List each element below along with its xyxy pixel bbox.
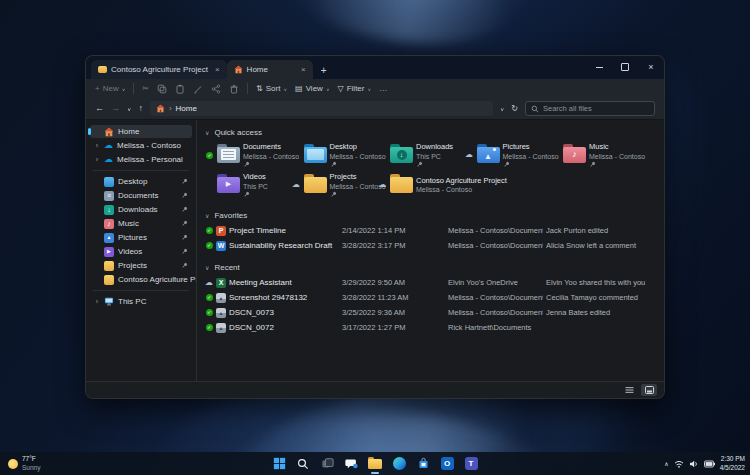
taskbar-clock[interactable]: 2:30 PM 4/5/2022 <box>720 455 745 472</box>
file-date: 3/17/2022 1:27 PM <box>342 323 445 332</box>
sidebar-item-pictures[interactable]: ▲ Pictures <box>90 231 192 244</box>
close-tab-icon[interactable]: × <box>215 65 220 74</box>
sidebar-item-desktop[interactable]: Desktop <box>90 175 192 188</box>
taskbar-search-button[interactable] <box>295 454 312 474</box>
breadcrumb-item-home[interactable]: Home <box>176 104 197 113</box>
hidden-icons-chevron[interactable]: ∧ <box>664 461 668 467</box>
recent-locations-button[interactable]: ∨ <box>127 106 131 111</box>
taskbar: 77°F Sunny O T ∧ <box>0 452 750 475</box>
image-file-icon: ▲ <box>216 323 226 333</box>
sidebar-item-videos[interactable]: ▶ Videos <box>90 245 192 258</box>
copy-button[interactable] <box>157 84 167 94</box>
pin-icon <box>181 178 188 185</box>
quick-access-header[interactable]: ∨ Quick access <box>205 128 656 137</box>
tab-contoso-agriculture-project[interactable]: Contoso Agriculture Project × <box>91 60 227 79</box>
divider <box>133 83 134 94</box>
quick-access-tile-desktop[interactable]: Desktop Melissa - Contoso <box>292 140 379 170</box>
more-options-button[interactable]: … <box>379 84 387 93</box>
synced-status-icon: ✓ <box>206 227 213 234</box>
edge-button[interactable] <box>391 454 408 474</box>
quick-access-tile-documents[interactable]: ✓ Documents Melissa - Contoso <box>205 140 292 170</box>
close-button[interactable]: × <box>638 56 664 78</box>
teams-button[interactable]: T <box>463 454 480 474</box>
file-row-project-timeline[interactable]: ✓ P Project Timeline 2/14/2022 1:14 PM M… <box>205 223 656 238</box>
large-icons-view-toggle[interactable] <box>641 384 657 396</box>
volume-icon[interactable] <box>689 460 699 468</box>
file-row-sustainability-research-draft[interactable]: ✓ W Sustainability Research Draft 3/28/2… <box>205 238 656 253</box>
chevron-right-icon[interactable]: › <box>94 298 100 305</box>
quick-access-tile-contoso-agriculture-project[interactable]: ☁ Contoso Agriculture Project Melissa - … <box>378 170 465 200</box>
recent-header[interactable]: ∨ Recent <box>205 263 656 272</box>
view-button[interactable]: ▤ View ∨ <box>295 84 329 93</box>
weather-widget[interactable]: 77°F Sunny <box>8 455 40 471</box>
sidebar-item-projects[interactable]: Projects <box>90 259 192 272</box>
file-row-dscn-0073[interactable]: ✓ ▲ DSCN_0073 3/25/2022 9:36 AM Melissa … <box>205 305 656 320</box>
plus-icon: + <box>95 85 100 93</box>
search-box[interactable] <box>525 101 655 116</box>
sidebar-item-contoso-agriculture-project[interactable]: Contoso Agriculture Project <box>90 273 192 286</box>
folder-icon <box>104 261 114 271</box>
file-location: Rick Hartnett\Documents <box>448 323 543 332</box>
delete-button[interactable] <box>229 84 239 94</box>
sidebar-item-documents[interactable]: ≡ Documents <box>90 189 192 202</box>
minimize-button[interactable] <box>586 56 612 78</box>
onedrive-cloud-icon: ☁ <box>104 155 113 164</box>
share-button[interactable] <box>211 84 221 94</box>
forward-button[interactable]: → <box>111 104 120 113</box>
new-tab-button[interactable]: + <box>321 66 327 76</box>
favorites-header[interactable]: ∨ Favorites <box>205 211 656 220</box>
sidebar-item-music[interactable]: ♪ Music <box>90 217 192 230</box>
quick-access-tile-downloads[interactable]: ↓ Downloads This PC <box>378 140 465 170</box>
sun-icon <box>8 459 18 469</box>
refresh-button[interactable]: ↻ <box>511 105 518 113</box>
chat-button[interactable] <box>343 454 360 474</box>
clock-date: 4/5/2022 <box>720 464 745 472</box>
task-view-button[interactable] <box>319 454 336 474</box>
breadcrumb[interactable]: › Home <box>150 101 493 116</box>
maximize-button[interactable] <box>612 56 638 78</box>
chevron-right-icon[interactable]: › <box>94 142 100 149</box>
file-row-meeting-assistant[interactable]: ☁ X Meeting Assistant 3/29/2022 9:50 AM … <box>205 275 656 290</box>
clock-time: 2:30 PM <box>720 455 745 463</box>
close-tab-icon[interactable]: × <box>301 65 306 74</box>
sidebar-item-onedrive-personal[interactable]: › ☁ Melissa - Personal <box>90 153 192 166</box>
tab-label: Home <box>247 65 268 74</box>
quick-access-tile-projects[interactable]: ☁ Projects Melissa - Contoso <box>292 170 379 200</box>
rename-button[interactable] <box>193 84 203 94</box>
back-button[interactable]: ← <box>95 104 104 113</box>
wifi-icon[interactable] <box>674 460 684 468</box>
tab-home[interactable]: Home × <box>227 60 313 79</box>
documents-folder-icon <box>217 147 240 163</box>
sidebar-label: Home <box>118 127 139 136</box>
outlook-button[interactable]: O <box>439 454 456 474</box>
sidebar-item-home[interactable]: Home <box>90 125 192 138</box>
quick-access-tile-videos[interactable]: ▶ Videos This PC <box>205 170 292 200</box>
sidebar-item-onedrive-contoso[interactable]: › ☁ Melissa - Contoso <box>90 139 192 152</box>
filter-button[interactable]: ▽ Filter ∨ <box>338 84 372 93</box>
cut-button[interactable]: ✂ <box>142 85 149 93</box>
sort-button[interactable]: ⇅ Sort ∨ <box>256 84 287 93</box>
search-input[interactable] <box>543 104 649 113</box>
sidebar-label: Projects <box>118 261 147 270</box>
new-button[interactable]: + New ∨ <box>95 84 125 93</box>
start-button[interactable] <box>271 454 288 474</box>
file-explorer-button[interactable] <box>367 454 384 474</box>
pin-icon <box>330 191 337 198</box>
battery-icon[interactable] <box>704 460 715 468</box>
address-dropdown-button[interactable]: ∨ <box>500 106 504 111</box>
paste-button[interactable] <box>175 84 185 94</box>
quick-access-tile-music[interactable]: ♪ Music Melissa - Contoso <box>551 140 638 170</box>
microsoft-store-button[interactable] <box>415 454 432 474</box>
videos-folder-icon: ▶ <box>217 177 240 193</box>
details-view-toggle[interactable] <box>621 384 637 396</box>
file-row-dscn-0072[interactable]: ✓ ▲ DSCN_0072 3/17/2022 1:27 PM Rick Har… <box>205 320 656 335</box>
file-row-screenshot-29478132[interactable]: ✓ ▲ Screenshot 29478132 3/28/2022 11:23 … <box>205 290 656 305</box>
file-explorer-window: Contoso Agriculture Project × Home × + ×… <box>85 55 665 399</box>
chevron-right-icon[interactable]: › <box>94 156 100 163</box>
up-button[interactable]: ↑ <box>138 104 143 113</box>
file-activity: Jenna Bates edited <box>546 308 656 317</box>
sidebar-item-this-pc[interactable]: › This PC <box>90 295 192 308</box>
home-icon <box>104 127 114 137</box>
quick-access-tile-pictures[interactable]: ☁ ▲ Pictures Melissa - Contoso <box>465 140 552 170</box>
sidebar-item-downloads[interactable]: ↓ Downloads <box>90 203 192 216</box>
